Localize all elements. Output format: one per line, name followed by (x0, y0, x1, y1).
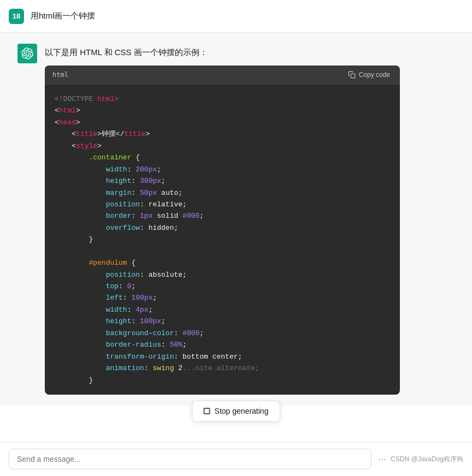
stop-generating-button[interactable]: Stop generating (192, 401, 280, 421)
code-block-header: html Copy code (45, 66, 400, 85)
watermark-text: CSDN @JavaDog程序狗 (391, 455, 463, 464)
copy-icon (348, 71, 356, 79)
chat-area: 以下是用 HTML 和 CSS 画一个钟摆的示例： html Copy code… (0, 33, 472, 449)
message-intro-text: 以下是用 HTML 和 CSS 画一个钟摆的示例： (45, 46, 455, 59)
message-content: 以下是用 HTML 和 CSS 画一个钟摆的示例： html Copy code… (45, 44, 455, 395)
code-block: html Copy code <!DOCTYPE html> <html> <h… (45, 66, 400, 395)
bottom-bar: ··· CSDN @JavaDog程序狗 (0, 442, 472, 476)
stop-square-icon (204, 408, 210, 414)
message-input[interactable] (9, 449, 371, 469)
copy-code-button[interactable]: Copy code (346, 70, 392, 80)
assistant-message-row: 以下是用 HTML 和 CSS 画一个钟摆的示例： html Copy code… (0, 33, 472, 406)
more-options-icon[interactable]: ··· (378, 454, 386, 465)
top-bar: 18 用html画一个钟摆 (0, 0, 472, 33)
conversation-number: 18 (9, 9, 24, 24)
avatar (17, 44, 37, 63)
code-content: <!DOCTYPE html> <html> <head> <title>钟摆<… (45, 85, 400, 395)
svg-rect-0 (351, 74, 355, 78)
code-lang-label: html (52, 71, 68, 79)
stop-generating-label: Stop generating (215, 407, 269, 415)
conversation-title: 用html画一个钟摆 (31, 11, 95, 21)
copy-code-label: Copy code (359, 71, 390, 79)
